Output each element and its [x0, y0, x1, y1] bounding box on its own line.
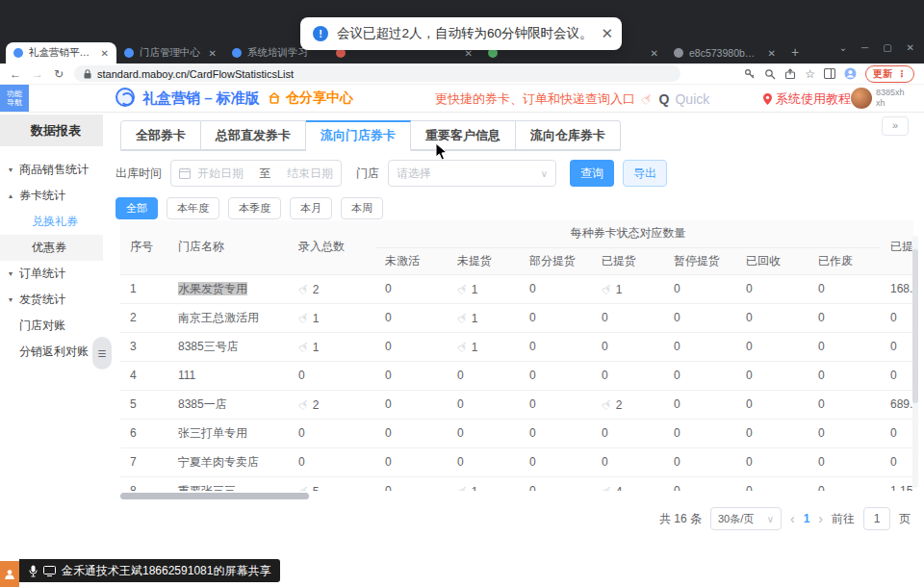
quick-search-icon[interactable]: Q [659, 91, 670, 107]
toast-close-icon[interactable]: ✕ [602, 25, 614, 42]
export-button[interactable]: 导出 [623, 160, 667, 187]
store-select-placeholder: 请选择 [397, 166, 431, 182]
pointer-icon: ☞ [599, 280, 616, 298]
total-count: 共 16 条 [659, 511, 702, 527]
calendar-icon [179, 167, 191, 179]
zoom-icon[interactable] [764, 68, 776, 80]
tab-search-button[interactable]: ⌄ [839, 42, 847, 53]
next-page-button[interactable]: › [818, 511, 823, 526]
horizontal-scrollbar-thumb[interactable] [120, 493, 309, 499]
goto-page-input[interactable]: 1 [863, 507, 890, 530]
quick-range-chip[interactable]: 全部 [116, 197, 158, 219]
user-avatar[interactable] [851, 88, 872, 109]
kebab-menu-icon[interactable]: ⋮ [897, 68, 907, 79]
vertical-scrollbar-thumb[interactable] [912, 249, 918, 403]
count-link[interactable]: ☞1 [457, 312, 477, 325]
back-icon[interactable]: ← [10, 67, 21, 81]
browser-tab[interactable]: 门店管理中心✕ [116, 42, 224, 64]
tutorial-link[interactable]: 系统使用教程 [763, 90, 851, 108]
count-link[interactable]: ☞1 [457, 485, 477, 492]
profile-icon[interactable] [844, 67, 857, 80]
sidebar-item[interactable]: 兑换礼券 [0, 209, 103, 235]
date-range-input[interactable]: 开始日期 至 结束日期 [170, 160, 342, 187]
chrome-update-button[interactable]: 更新 ⋮ [865, 65, 914, 83]
store-select[interactable]: 请选择 ∨ [388, 160, 556, 187]
tab-favicon [124, 48, 134, 58]
new-tab-button[interactable]: + [791, 44, 799, 60]
sidebar-item[interactable]: ▴券卡统计 [0, 183, 103, 209]
count-link[interactable]: ☞1 [602, 283, 622, 296]
tab-close-icon[interactable]: ✕ [209, 48, 217, 59]
current-page[interactable]: 1 [804, 512, 810, 525]
tab-流向门店券卡[interactable]: 流向门店券卡 [306, 120, 411, 151]
prev-page-button[interactable]: ‹ [790, 511, 795, 526]
quick-label[interactable]: Quick [675, 91, 709, 107]
microphone-icon [29, 565, 38, 577]
count-link[interactable]: ☞4 [602, 485, 622, 492]
sidebar-item[interactable]: ▾发货统计 [0, 287, 103, 313]
sidebar-item[interactable]: ▾商品销售统计 [0, 157, 103, 183]
col-status: 未激活 [375, 247, 448, 274]
cell-status: 0 [664, 476, 736, 491]
pointer-icon: ☞ [295, 338, 313, 356]
browser-tab[interactable]: e8c573980b1328a258fd2e618✕ [666, 42, 783, 64]
forward-icon[interactable]: → [32, 67, 43, 81]
page-size-select[interactable]: 30条/页 ∨ [710, 507, 782, 530]
function-nav-button[interactable]: 功能 导航 [0, 85, 29, 112]
cell-total: 0 [289, 447, 375, 476]
count-link[interactable]: ☞2 [298, 283, 319, 296]
sidebar-collapse-handle[interactable]: ☰ [92, 337, 112, 370]
count-link[interactable]: ☞1 [457, 283, 477, 296]
share-center-link[interactable]: 仓分享中心 [268, 89, 353, 107]
sidebar-item[interactable]: 优惠券 [0, 235, 103, 261]
key-icon[interactable] [744, 68, 756, 80]
address-bar[interactable]: standard.maboy.cn/CardFlowStatisticsList [74, 65, 680, 82]
tab-重要客户信息[interactable]: 重要客户信息 [411, 120, 516, 150]
cell-status: 0 [808, 274, 881, 303]
pointer-icon: ☞ [295, 396, 313, 414]
bookmark-star-icon[interactable]: ☆ [805, 67, 815, 81]
reload-icon[interactable]: ↻ [54, 67, 64, 81]
count-link[interactable]: ☞1 [298, 341, 319, 354]
tab-全部券卡[interactable]: 全部券卡 [120, 120, 201, 150]
share-icon[interactable] [784, 68, 796, 80]
side-panel-icon[interactable] [824, 68, 835, 79]
cell-index: 5 [120, 390, 168, 419]
quick-range-chip[interactable]: 本周 [341, 197, 383, 219]
pagination: 共 16 条 30条/页 ∨ ‹ 1 › 前往 1 页 [659, 507, 911, 530]
taskbar-app-icon[interactable] [0, 561, 19, 587]
count-link[interactable]: ☞2 [602, 398, 622, 412]
tab-close-icon[interactable]: ✕ [768, 48, 776, 59]
cell-status: 0 [448, 447, 520, 476]
vertical-scrollbar[interactable] [912, 236, 918, 488]
tab-流向仓库券卡[interactable]: 流向仓库券卡 [516, 120, 621, 150]
cell-status: 0 [592, 361, 664, 390]
quick-range-chips: 全部本年度本季度本月本周 [116, 197, 383, 219]
cell-status: 0 [808, 419, 881, 447]
count-link[interactable]: ☞1 [457, 341, 477, 354]
panel-collapse-button[interactable]: » [882, 116, 909, 136]
quick-range-chip[interactable]: 本季度 [228, 197, 281, 219]
quick-range-chip[interactable]: 本年度 [167, 197, 219, 219]
sidebar-item[interactable]: ▾订单统计 [0, 261, 103, 287]
maximize-button[interactable]: ▢ [883, 42, 891, 53]
cell-status: 0 [375, 419, 448, 447]
close-button[interactable]: ✕ [907, 42, 914, 53]
minimize-button[interactable]: ─ [861, 42, 868, 53]
count-link[interactable]: ☞1 [298, 312, 319, 325]
browser-tab[interactable]: 礼盒营销平台管理中心✕ [6, 42, 116, 64]
count-link[interactable]: ☞2 [298, 398, 319, 412]
arrow-down-icon: ▾ [9, 269, 13, 278]
cell-index: 6 [120, 419, 168, 447]
cell-status: 0 [520, 447, 592, 476]
tab-close-icon[interactable]: ✕ [651, 48, 658, 59]
tab-close-icon[interactable]: ✕ [101, 48, 109, 59]
sidebar-item[interactable]: 分销返利对账 [0, 339, 103, 365]
search-button[interactable]: 查询 [570, 160, 614, 187]
quick-range-chip[interactable]: 本月 [290, 197, 332, 219]
tab-总部直发券卡[interactable]: 总部直发券卡 [201, 120, 306, 150]
sidebar-item[interactable]: 门店对账 [0, 313, 103, 339]
horizontal-scrollbar[interactable] [120, 493, 913, 500]
count-link[interactable]: ☞5 [298, 485, 319, 492]
pointer-icon: ☞ [599, 482, 616, 491]
